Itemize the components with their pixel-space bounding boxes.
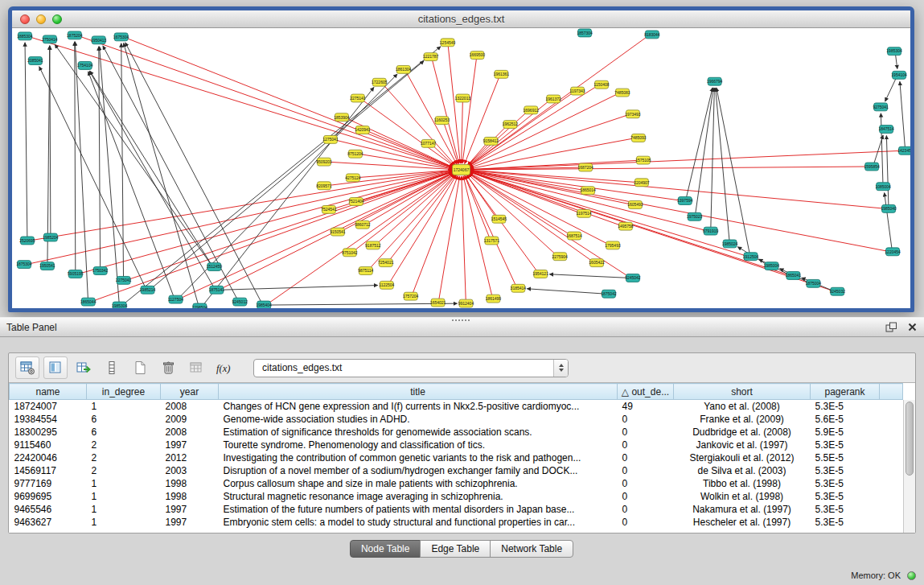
graph-node[interactable]: 2298504 bbox=[192, 303, 208, 308]
graph-node[interactable]: 1757204 bbox=[403, 292, 419, 300]
graph-node[interactable]: 5905195 bbox=[68, 270, 84, 278]
graph-node[interactable]: 3185414 bbox=[511, 284, 527, 292]
graph-node[interactable]: 9150541 bbox=[330, 228, 346, 236]
graph-node[interactable]: 8209571 bbox=[316, 182, 332, 190]
scrollbar-thumb[interactable] bbox=[906, 402, 914, 476]
table-row[interactable]: 946362711997Embryonic stem cells: a mode… bbox=[10, 516, 903, 529]
graph-node[interactable]: 1885304 bbox=[17, 32, 33, 40]
graph-node[interactable]: 1847514 bbox=[878, 126, 894, 134]
column-header[interactable]: title bbox=[219, 384, 618, 400]
graph-node[interactable]: 1514545 bbox=[491, 215, 507, 223]
table-row[interactable]: 2242004622012Investigating the contribut… bbox=[10, 451, 903, 464]
graph-node[interactable]: 1865044 bbox=[80, 298, 97, 306]
delete-icon[interactable] bbox=[156, 356, 180, 379]
network-canvas[interactable]: 1724067122178718613041722605227514118539… bbox=[12, 28, 910, 308]
table-import-icon[interactable] bbox=[72, 356, 96, 379]
graph-node[interactable]: 1605493 bbox=[627, 201, 643, 209]
graph-node[interactable]: 9245042 bbox=[625, 274, 641, 282]
column-header[interactable] bbox=[880, 384, 903, 400]
graph-node[interactable]: 1857304 bbox=[577, 29, 593, 37]
graph-node[interactable]: 9509203 bbox=[316, 158, 332, 166]
graph-node[interactable]: 1966794 bbox=[707, 77, 723, 85]
table-gear-icon[interactable] bbox=[15, 356, 39, 379]
graph-node[interactable]: 8183044 bbox=[644, 31, 660, 39]
graph-node[interactable]: 1985214 bbox=[140, 286, 156, 294]
graph-node[interactable]: 1669500 bbox=[470, 51, 486, 60]
graph-node[interactable]: 2750414 bbox=[42, 35, 58, 43]
graph-node[interactable]: 3860712 bbox=[355, 220, 371, 229]
graph-node[interactable]: 8751042 bbox=[342, 249, 358, 257]
graph-node[interactable]: 1322013 bbox=[455, 94, 471, 102]
graph-node[interactable]: 1420941 bbox=[355, 126, 371, 134]
graph-node[interactable]: 9245032 bbox=[830, 287, 846, 295]
graph-node[interactable]: 1985304 bbox=[886, 47, 902, 56]
graph-node[interactable]: 1122504 bbox=[379, 281, 394, 289]
graph-node[interactable]: 1722605 bbox=[372, 78, 388, 86]
graph-node[interactable]: 1254549 bbox=[440, 39, 456, 47]
graph-node[interactable]: 9158412 bbox=[483, 137, 499, 145]
graph-node[interactable]: 1961361 bbox=[494, 70, 510, 78]
graph-node[interactable]: 1077147 bbox=[421, 139, 437, 147]
table-row[interactable]: 977716911998Corpus callosum shape and si… bbox=[10, 477, 903, 490]
graph-node[interactable]: 1605422 bbox=[589, 259, 605, 267]
graph-node[interactable]: 1961372 bbox=[546, 95, 562, 103]
graph-node[interactable]: 4275124 bbox=[345, 174, 361, 182]
graph-node[interactable]: 1085004 bbox=[875, 183, 891, 191]
graph-node[interactable]: 1750342 bbox=[92, 267, 109, 275]
table-row[interactable]: 969969511998Structural magnetic resonanc… bbox=[10, 490, 903, 503]
graph-node[interactable]: 8751204 bbox=[347, 150, 363, 158]
graph-node[interactable]: 1985040 bbox=[881, 204, 897, 212]
new-document-icon[interactable] bbox=[128, 356, 152, 379]
graph-node[interactable]: 9912404 bbox=[458, 299, 474, 307]
graph-node[interactable]: 1696912 bbox=[524, 106, 540, 114]
graph-node[interactable]: 7485093 bbox=[630, 134, 647, 142]
columns-icon[interactable] bbox=[43, 356, 68, 379]
graph-node[interactable]: 7521404 bbox=[348, 198, 364, 206]
graph-node[interactable]: 1423454 bbox=[897, 146, 910, 154]
column-header[interactable]: name bbox=[10, 384, 87, 400]
graph-node[interactable]: 9275041 bbox=[873, 103, 889, 111]
graph-node[interactable]: 1875204 bbox=[67, 31, 83, 39]
graph-node[interactable]: 1397594 bbox=[677, 197, 693, 205]
graph-node[interactable]: 1654021 bbox=[430, 299, 446, 307]
graph-node[interactable]: 1795493 bbox=[605, 241, 621, 249]
graph-node[interactable]: 1875141 bbox=[209, 286, 225, 294]
column-header[interactable]: pagerank bbox=[811, 384, 880, 400]
rows-icon[interactable] bbox=[100, 356, 124, 379]
table-row[interactable]: 911546021997Tourette syndrome. Phenomeno… bbox=[10, 439, 903, 451]
graph-node[interactable]: 2275041 bbox=[116, 276, 132, 284]
graph-node[interactable]: 1197514 bbox=[577, 209, 592, 217]
graph-node[interactable]: 1875304 bbox=[16, 261, 32, 269]
table-row[interactable]: 1456911722003Disruption of a novel membe… bbox=[10, 464, 903, 477]
column-header[interactable]: short bbox=[674, 384, 811, 400]
combo-stepper-icon[interactable] bbox=[553, 360, 568, 377]
graph-node[interactable]: 1875004 bbox=[806, 279, 822, 287]
graph-node[interactable]: 1875042 bbox=[601, 290, 617, 298]
graph-node[interactable]: 1317571 bbox=[484, 237, 500, 245]
graph-node[interactable]: 2204907 bbox=[634, 179, 650, 187]
graph-node[interactable]: 1675304 bbox=[113, 33, 129, 41]
graph-node[interactable]: 1575105 bbox=[635, 156, 651, 164]
table-row[interactable]: 946554611997Estimation of the future num… bbox=[10, 503, 903, 516]
tab-network-table[interactable]: Network Table bbox=[490, 540, 573, 558]
graph-node[interactable]: 1985004 bbox=[764, 262, 780, 270]
graph-node[interactable]: 9875114 bbox=[358, 267, 373, 275]
graph-node[interactable]: 2520695 bbox=[19, 237, 35, 245]
tab-node-table[interactable]: Node Table bbox=[350, 540, 421, 558]
panel-divider-grip[interactable] bbox=[452, 319, 470, 321]
graph-node[interactable]: 1221787 bbox=[423, 53, 439, 61]
graph-node[interactable]: 7254021 bbox=[378, 259, 394, 267]
graph-node[interactable]: 1275041 bbox=[322, 135, 339, 143]
table-row[interactable]: 1830029562008Estimation of significance … bbox=[10, 426, 903, 439]
graph-node[interactable]: 1687204 bbox=[577, 163, 593, 171]
graph-node[interactable]: 1150408 bbox=[594, 80, 610, 89]
hub-node[interactable]: 1724067 bbox=[453, 165, 470, 175]
graph-node[interactable]: 1512459 bbox=[207, 263, 223, 271]
graph-node[interactable]: 7485083 bbox=[614, 89, 630, 97]
network-selector[interactable]: citations_edges.txt bbox=[253, 359, 569, 377]
graph-node[interactable]: 1754104 bbox=[77, 62, 93, 70]
graph-node[interactable]: 1985304 bbox=[112, 302, 128, 308]
column-header[interactable]: △ out_de... bbox=[618, 384, 674, 400]
graph-node[interactable]: 2085041 bbox=[27, 57, 43, 65]
graph-node[interactable]: 1962512 bbox=[503, 121, 519, 129]
